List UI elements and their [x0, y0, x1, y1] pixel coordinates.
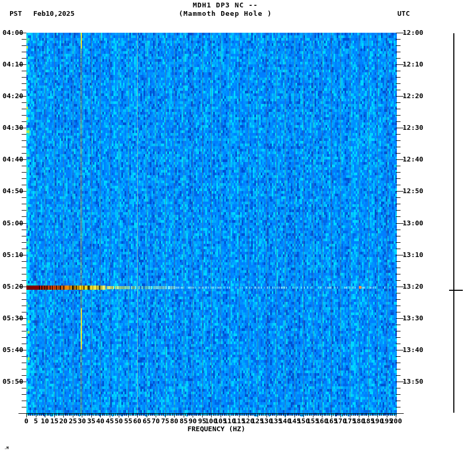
- right-time-tick-label: 12:00: [403, 29, 423, 36]
- left-time-tick-label: 05:50: [1, 378, 23, 385]
- frequency-tick-label: 0: [24, 417, 28, 425]
- left-time-tick-label: 05:30: [1, 315, 23, 322]
- left-time-tick-label: 04:50: [1, 187, 23, 195]
- left-time-tick-label: 04:10: [1, 61, 23, 68]
- frequency-axis-title: FREQUENCY (HZ): [0, 425, 433, 433]
- right-time-tick-label: 13:30: [403, 315, 423, 322]
- left-time-tick-label: 04:40: [1, 156, 23, 163]
- frequency-tick-label: 50: [115, 417, 123, 425]
- frequency-tick-label: 55: [124, 417, 132, 425]
- frequency-tick-label: 35: [87, 417, 96, 425]
- timezone-right-label: UTC: [397, 10, 410, 17]
- right-time-tick-label: 13:20: [403, 283, 423, 290]
- frequency-tick-label: 30: [78, 417, 86, 425]
- spectrogram-canvas: [0, 0, 476, 456]
- frequency-tick-label: 25: [69, 417, 77, 425]
- frequency-tick-label: 90: [188, 417, 197, 425]
- right-time-tick-label: 12:20: [403, 92, 423, 100]
- right-time-tick-label: 13:00: [403, 220, 423, 227]
- right-time-tick-label: 12:30: [403, 124, 423, 131]
- frequency-tick-label: 45: [106, 417, 114, 425]
- left-time-tick-label: 05:00: [1, 220, 23, 227]
- right-time-tick-label: 12:10: [403, 61, 423, 68]
- frequency-tick-label: 65: [142, 417, 151, 425]
- left-time-tick-label: 05:40: [1, 346, 23, 354]
- frequency-tick-label: 20: [59, 417, 68, 425]
- right-time-tick-label: 12:50: [403, 187, 423, 195]
- right-time-tick-label: 13:40: [403, 346, 423, 354]
- right-time-tick-label: 13:50: [403, 378, 423, 385]
- frequency-tick-label: 200: [389, 417, 402, 425]
- frequency-tick-label: 15: [50, 417, 59, 425]
- left-time-tick-label: 04:20: [1, 92, 23, 100]
- left-time-tick-label: 05:20: [1, 283, 23, 290]
- spectrogram-page: { "header": { "station_line": "MDH1 DP3 …: [0, 0, 476, 456]
- frequency-tick-label: 60: [133, 417, 141, 425]
- left-time-tick-label: 05:10: [1, 251, 23, 259]
- frequency-tick-label: 5: [34, 417, 38, 425]
- frequency-tick-label: 70: [151, 417, 160, 425]
- frequency-tick-label: 85: [179, 417, 188, 425]
- frequency-tick-label: 80: [170, 417, 178, 425]
- left-time-tick-label: 04:00: [1, 29, 23, 36]
- frequency-tick-label: 40: [96, 417, 104, 425]
- frequency-tick-label: 10: [41, 417, 49, 425]
- date-label: Feb10,2025: [33, 10, 74, 17]
- watermark-text: .M: [4, 446, 8, 450]
- page-title: MDH1 DP3 NC --: [0, 2, 451, 9]
- left-time-tick-label: 04:30: [1, 124, 23, 131]
- right-time-tick-label: 12:40: [403, 156, 423, 163]
- frequency-tick-label: 75: [161, 417, 169, 425]
- timezone-left-label: PST: [9, 10, 22, 17]
- right-time-tick-label: 13:10: [403, 251, 423, 259]
